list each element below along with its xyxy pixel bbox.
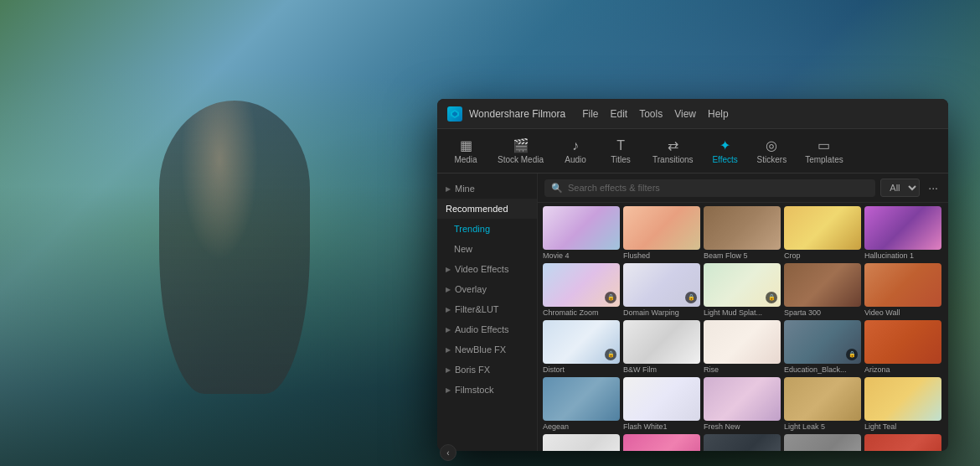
effect-name-educationblack: Education_Black... [784, 365, 861, 374]
lock-icon: 🔒 [605, 349, 616, 360]
effect-aegean[interactable]: Aegean [543, 377, 620, 431]
lock-icon: 🔒 [846, 349, 858, 360]
tool-label-media: Media [454, 155, 477, 164]
arrow-icon: ▶ [446, 185, 451, 193]
effect-thumb-sketch: 🔒 [543, 434, 620, 451]
sidebar-label-video-effects: Video Effects [455, 264, 508, 274]
effect-name-freshnew: Fresh New [704, 422, 781, 431]
search-input-wrap[interactable]: 🔍 [544, 179, 875, 197]
effect-flashwhite1[interactable]: Flash White1 [623, 377, 700, 431]
sidebar-item-recommended[interactable]: Recommended [437, 199, 537, 219]
effect-rise[interactable]: Rise [704, 320, 781, 374]
menu-item-tools[interactable]: Tools [639, 108, 663, 120]
sidebar: ▶MineRecommendedTrendingNew▶Video Effect… [437, 173, 538, 451]
effect-movie12[interactable]: Movie 12 [623, 434, 700, 451]
effect-crop[interactable]: Crop [784, 206, 861, 260]
effect-thumb-chromaticzoom: 🔒 [543, 263, 620, 307]
effect-thumb-lightteal [864, 377, 941, 421]
app-logo [447, 106, 462, 122]
tool-templates[interactable]: ▭Templates [797, 134, 852, 168]
sidebar-item-trending[interactable]: Trending [437, 219, 537, 239]
effect-movie4[interactable]: Movie 4 [543, 206, 620, 260]
effect-arizona[interactable]: Arizona [864, 320, 941, 374]
sidebar-item-video-effects[interactable]: ▶Video Effects [437, 259, 537, 279]
sidebar-label-filter-lut: Filter&LUT [455, 304, 499, 314]
search-input[interactable] [568, 183, 869, 193]
effect-thumb-beamflow2 [864, 434, 941, 451]
effect-name-distort: Distort [543, 365, 620, 374]
sidebar-item-overlay[interactable]: ▶Overlay [437, 279, 537, 299]
sidebar-item-mine[interactable]: ▶Mine [437, 179, 537, 199]
effects-grid: Movie 4FlushedBeam Flow 5CropHallucinati… [538, 203, 948, 451]
transitions-icon: ⇄ [668, 137, 678, 153]
tool-titles[interactable]: TTitles [599, 135, 642, 168]
search-icon: 🔍 [551, 183, 563, 194]
effect-thumb-lightmudsplat: 🔒 [704, 263, 781, 307]
sidebar-item-boris-fx[interactable]: ▶Boris FX [437, 360, 537, 380]
tool-label-stickers: Stickers [757, 155, 787, 164]
toolbar: ▦Media🎬Stock Media♪AudioTTitles⇄Transiti… [437, 129, 948, 173]
effects-row-2: 🔒DistortB&W FilmRise🔒Education_Black...A… [543, 320, 943, 374]
effect-freshnew[interactable]: Fresh New [704, 377, 781, 431]
effect-name-movie4: Movie 4 [543, 251, 620, 260]
tool-label-titles: Titles [611, 155, 631, 164]
effect-streaminggaming[interactable]: 🔒Streaming Gami... [704, 434, 781, 451]
tool-audio[interactable]: ♪Audio [554, 135, 597, 168]
more-options-button[interactable]: ··· [925, 179, 941, 196]
effect-sparta300[interactable]: Sparta 300 [784, 263, 861, 317]
effect-chromaticzoom[interactable]: 🔒Chromatic Zoom [543, 263, 620, 317]
effects-row-3: AegeanFlash White1Fresh NewLight Leak 5L… [543, 377, 943, 431]
sidebar-item-filmstock[interactable]: ▶Filmstock [437, 380, 537, 400]
effect-beamflow5[interactable]: Beam Flow 5 [704, 206, 781, 260]
lock-icon: 🔒 [685, 292, 697, 303]
app-window: Wondershare Filmora FileEditToolsViewHel… [437, 99, 948, 451]
effect-thumb-flushed [623, 206, 700, 250]
sidebar-item-new[interactable]: New [437, 239, 537, 259]
effect-thumb-rise [704, 320, 781, 364]
tool-effects[interactable]: ✦Effects [704, 134, 747, 168]
effect-bwfilm[interactable]: B&W Film [623, 320, 700, 374]
filter-select[interactable]: All [880, 179, 920, 197]
effect-lightteal[interactable]: Light Teal [864, 377, 941, 431]
menu-item-view[interactable]: View [674, 108, 696, 120]
effect-thumb-streaminggaming: 🔒 [704, 434, 781, 451]
menu-item-help[interactable]: Help [708, 108, 729, 120]
tool-media[interactable]: ▦Media [444, 134, 487, 168]
tool-transitions[interactable]: ⇄Transitions [644, 134, 702, 168]
effect-name-aegean: Aegean [543, 422, 620, 431]
effect-lightmudsplat[interactable]: 🔒Light Mud Splat... [704, 263, 781, 317]
sidebar-label-boris-fx: Boris FX [455, 365, 490, 375]
effect-thumb-arizona [864, 320, 941, 364]
effect-lightleak5[interactable]: Light Leak 5 [784, 377, 861, 431]
menu-item-edit[interactable]: Edit [611, 108, 628, 120]
search-bar: 🔍 All ··· [538, 173, 948, 203]
effect-hallucination1[interactable]: Hallucination 1 [864, 206, 941, 260]
sidebar-label-recommended: Recommended [446, 204, 508, 214]
effect-distort[interactable]: 🔒Distort [543, 320, 620, 374]
tool-label-audio: Audio [565, 155, 586, 164]
effect-squareblur[interactable]: Square Blur [784, 434, 861, 451]
effect-thumb-beamflow5 [704, 206, 781, 250]
sidebar-item-filter-lut[interactable]: ▶Filter&LUT [437, 299, 537, 319]
tool-stock-media[interactable]: 🎬Stock Media [489, 134, 552, 168]
sidebar-item-newblue-fx[interactable]: ▶NewBlue FX [437, 339, 537, 360]
tool-stickers[interactable]: ◎Stickers [749, 134, 796, 168]
effect-domainwarping[interactable]: 🔒Domain Warping [623, 263, 700, 317]
effect-name-lightteal: Light Teal [864, 422, 941, 431]
effect-thumb-squareblur [784, 434, 861, 451]
sidebar-item-audio-effects[interactable]: ▶Audio Effects [437, 319, 537, 339]
app-title: Wondershare Filmora [469, 108, 565, 120]
arrow-icon: ▶ [446, 366, 451, 374]
effect-videowall[interactable]: Video Wall [864, 263, 941, 317]
effect-flushed[interactable]: Flushed [623, 206, 700, 260]
effect-beamflow2[interactable]: Beam Flow 2 [864, 434, 941, 451]
effect-name-sparta300: Sparta 300 [784, 308, 861, 317]
title-bar: Wondershare Filmora FileEditToolsViewHel… [437, 99, 948, 129]
effect-name-flushed: Flushed [623, 251, 700, 260]
effect-sketch[interactable]: 🔒Sketch [543, 434, 620, 451]
menu-item-file[interactable]: File [582, 108, 598, 120]
effect-name-rise: Rise [704, 365, 781, 374]
effect-educationblack[interactable]: 🔒Education_Black... [784, 320, 861, 374]
effect-name-hallucination1: Hallucination 1 [864, 251, 941, 260]
collapse-button[interactable]: ‹ [440, 444, 456, 461]
